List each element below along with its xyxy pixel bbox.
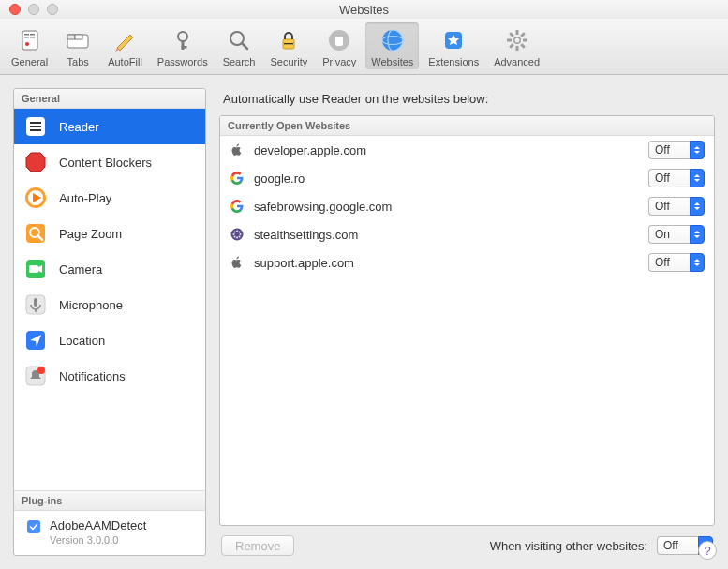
sidebar-item-label: Page Zoom (59, 227, 122, 241)
popup-arrows-icon (690, 169, 705, 187)
svg-rect-35 (30, 129, 41, 131)
toolbar-label: Tabs (67, 56, 89, 67)
svg-rect-1 (24, 34, 29, 36)
svg-line-30 (521, 33, 525, 37)
plugin-row[interactable]: AdobeAAMDetect Version 3.0.0.0 (22, 518, 198, 546)
reader-mode-popup[interactable]: Off (648, 253, 705, 272)
sidebar-item-microphone[interactable]: Microphone (14, 287, 205, 322)
microphone-icon (23, 292, 48, 317)
sidebar-item-auto-play[interactable]: Auto-Play (14, 180, 205, 216)
toolbar-label: Advanced (494, 56, 540, 67)
popup-arrows-icon (690, 253, 705, 272)
remove-button[interactable]: Remove (221, 535, 294, 556)
passwords-icon (169, 26, 197, 54)
toolbar-passwords[interactable]: Passwords (152, 22, 214, 69)
toolbar-label: Passwords (157, 56, 208, 67)
svg-point-60 (236, 231, 238, 232)
toolbar-advanced[interactable]: Advanced (488, 22, 545, 69)
svg-point-54 (240, 233, 242, 235)
sidebar-item-label: Auto-Play (59, 191, 111, 205)
sidebar-item-label: Notifications (59, 369, 126, 383)
website-row[interactable]: support.apple.com Off (220, 248, 714, 277)
reader-mode-popup[interactable]: Off (648, 141, 705, 159)
sidebar-group-plugins: Plug-ins (14, 490, 205, 511)
location-icon (23, 328, 48, 352)
favicon-apple-icon (230, 255, 245, 270)
popup-arrows-icon (690, 141, 705, 159)
sidebar-item-content-blockers[interactable]: Content Blockers (14, 144, 205, 180)
websites-list: Currently Open Websites developer.apple.… (219, 115, 715, 526)
reader-mode-value: On (648, 225, 690, 244)
bottom-bar: Remove When visiting other websites: Off (219, 535, 715, 556)
extensions-icon (439, 26, 468, 54)
svg-rect-3 (30, 34, 35, 36)
svg-point-52 (37, 367, 45, 374)
favicon-stealth-icon (230, 227, 245, 242)
window-title: Websites (0, 3, 728, 17)
popup-arrows-icon (690, 197, 705, 216)
svg-point-61 (238, 232, 240, 233)
svg-marker-36 (26, 153, 45, 172)
reader-mode-popup[interactable]: Off (648, 197, 705, 216)
svg-rect-34 (30, 126, 41, 127)
sidebar-item-location[interactable]: Location (14, 322, 205, 358)
toolbar-privacy[interactable]: Privacy (317, 22, 362, 69)
reader-mode-value: Off (648, 253, 690, 272)
main-panel: Automatically use Reader on the websites… (219, 88, 715, 556)
svg-point-9 (178, 32, 187, 41)
toolbar-search[interactable]: Search (217, 22, 261, 69)
toolbar-security[interactable]: Security (264, 22, 313, 69)
favicon-apple-icon (230, 142, 245, 157)
other-websites-value: Off (657, 536, 698, 555)
camera-icon (23, 257, 48, 281)
website-row[interactable]: google.ro Off (220, 164, 714, 192)
sidebar-item-label: Content Blockers (59, 156, 152, 170)
reader-mode-value: Off (648, 141, 690, 159)
favicon-google-icon (230, 199, 245, 214)
instruction-label: Automatically use Reader on the websites… (219, 88, 715, 106)
reader-mode-popup[interactable]: On (648, 225, 705, 244)
tabs-icon (64, 26, 92, 54)
svg-line-28 (510, 33, 513, 37)
reader-mode-popup[interactable]: Off (648, 169, 705, 187)
reader-mode-value: Off (648, 197, 690, 216)
titlebar: Websites (0, 0, 728, 19)
website-row[interactable]: developer.apple.com Off (220, 136, 714, 164)
autofill-icon (111, 26, 139, 54)
search-icon (225, 26, 253, 54)
sidebar: General ReaderContent BlockersAuto-PlayP… (13, 88, 206, 556)
svg-rect-11 (181, 46, 186, 49)
content-blockers-icon (23, 150, 48, 174)
website-row[interactable]: safebrowsing.google.com Off (220, 192, 714, 220)
sidebar-item-camera[interactable]: Camera (14, 251, 205, 287)
svg-rect-4 (30, 37, 35, 38)
sidebar-item-reader[interactable]: Reader (14, 109, 205, 144)
svg-rect-47 (34, 298, 37, 307)
toolbar-general[interactable]: General (6, 22, 53, 69)
svg-point-57 (234, 235, 236, 237)
toolbar-autofill[interactable]: AutoFill (102, 22, 148, 69)
help-button[interactable]: ? (698, 541, 717, 560)
svg-rect-8 (75, 35, 82, 39)
svg-rect-44 (29, 265, 38, 273)
sidebar-item-notifications[interactable]: Notifications (14, 358, 205, 394)
svg-point-56 (236, 237, 238, 239)
preferences-toolbar: GeneralTabsAutoFillPasswordsSearchSecuri… (0, 19, 728, 75)
sidebar-item-page-zoom[interactable]: Page Zoom (14, 216, 205, 251)
plugin-checkbox[interactable] (27, 520, 40, 533)
favicon-google-icon (230, 171, 245, 186)
plugin-name: AdobeAAMDetect (50, 518, 146, 532)
toolbar-tabs[interactable]: Tabs (57, 22, 98, 69)
reader-icon (23, 114, 48, 139)
svg-rect-7 (67, 35, 75, 39)
content: General ReaderContent BlockersAuto-PlayP… (0, 75, 728, 569)
website-domain: support.apple.com (254, 256, 639, 270)
toolbar-websites[interactable]: Websites (365, 22, 419, 69)
website-domain: developer.apple.com (254, 143, 639, 157)
popup-arrows-icon (690, 225, 705, 244)
svg-point-55 (238, 235, 240, 237)
website-row[interactable]: stealthsettings.com On (220, 220, 714, 248)
svg-line-13 (242, 43, 247, 49)
toolbar-extensions[interactable]: Extensions (423, 22, 484, 69)
toolbar-label: Security (270, 56, 307, 67)
